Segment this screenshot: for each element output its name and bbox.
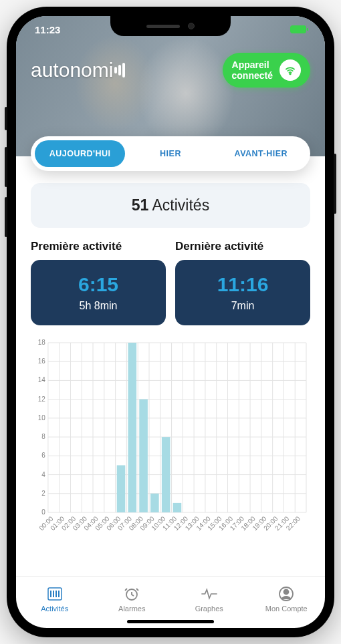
svg-text:10: 10 bbox=[38, 414, 46, 422]
svg-rect-48 bbox=[150, 494, 159, 512]
svg-rect-77 bbox=[55, 591, 57, 597]
status-time: 11:23 bbox=[35, 24, 60, 35]
nav-graphs[interactable]: Graphes bbox=[170, 577, 248, 621]
wifi-icon bbox=[279, 59, 301, 81]
tab-yesterday[interactable]: HIER bbox=[125, 140, 215, 167]
svg-rect-45 bbox=[117, 465, 126, 512]
svg-rect-78 bbox=[58, 591, 60, 597]
activities-count: 51 bbox=[132, 196, 149, 214]
phone-volume-down bbox=[5, 197, 7, 237]
nav-activities-label: Activités bbox=[41, 605, 68, 613]
account-icon bbox=[278, 586, 294, 602]
last-activity-title: Dernière activité bbox=[175, 240, 310, 253]
svg-text:8: 8 bbox=[41, 433, 45, 440]
first-activity-time: 6:15 bbox=[37, 273, 159, 296]
phone-mute-switch bbox=[5, 107, 7, 130]
logo-text: autonomi bbox=[31, 59, 113, 82]
svg-rect-75 bbox=[50, 591, 51, 597]
svg-point-0 bbox=[290, 73, 291, 75]
device-connected-pill[interactable]: Appareil connecté bbox=[223, 53, 310, 88]
tab-today[interactable]: AUJOURD'HUI bbox=[35, 140, 125, 167]
connect-line1: Appareil bbox=[232, 59, 273, 70]
nav-graphs-label: Graphes bbox=[195, 605, 223, 613]
activities-count-label: Activités bbox=[152, 196, 210, 214]
svg-rect-47 bbox=[139, 399, 148, 512]
svg-text:18: 18 bbox=[38, 339, 46, 346]
connect-line2: connecté bbox=[232, 70, 273, 81]
nav-account-label: Mon Compte bbox=[265, 605, 308, 613]
phone-power-button bbox=[334, 154, 336, 214]
svg-rect-50 bbox=[173, 503, 182, 512]
nav-alarms[interactable]: Alarmes bbox=[94, 577, 171, 621]
svg-text:6: 6 bbox=[41, 452, 45, 459]
svg-text:12: 12 bbox=[38, 395, 46, 403]
activities-summary-card: 51 Activités bbox=[31, 183, 310, 228]
activities-icon bbox=[47, 586, 63, 602]
svg-rect-76 bbox=[53, 591, 54, 597]
svg-point-81 bbox=[284, 589, 289, 594]
nav-account[interactable]: Mon Compte bbox=[248, 577, 326, 621]
first-activity-title: Première activité bbox=[31, 240, 166, 253]
svg-text:0: 0 bbox=[41, 508, 45, 516]
main-content: 51 Activités Première activité 6:15 5h 8… bbox=[16, 171, 325, 576]
screen: 11:23 autonomi Appareil connecté bbox=[16, 16, 325, 628]
last-activity-time: 11:16 bbox=[182, 273, 304, 296]
logo-waves-icon bbox=[114, 63, 125, 77]
battery-icon bbox=[290, 25, 306, 33]
svg-text:4: 4 bbox=[41, 471, 45, 478]
phone-volume-up bbox=[5, 147, 7, 187]
phone-frame: 11:23 autonomi Appareil connecté bbox=[7, 7, 334, 637]
nav-alarms-label: Alarmes bbox=[118, 605, 145, 613]
alarms-icon bbox=[124, 586, 140, 602]
svg-rect-49 bbox=[162, 437, 170, 512]
svg-rect-46 bbox=[128, 343, 136, 512]
graphs-icon bbox=[201, 586, 217, 602]
tab-day-before[interactable]: AVANT-HIER bbox=[216, 140, 306, 167]
nav-activities[interactable]: Activités bbox=[16, 577, 94, 621]
last-activity-duration: 7min bbox=[182, 300, 304, 312]
activities-bar-chart: 02468101214161800:0001:0002:0003:0004:00… bbox=[31, 339, 310, 546]
svg-text:2: 2 bbox=[41, 490, 45, 497]
phone-notch bbox=[110, 16, 231, 36]
svg-text:16: 16 bbox=[38, 357, 46, 365]
first-activity-duration: 5h 8min bbox=[37, 300, 159, 312]
app-logo: autonomi bbox=[31, 59, 125, 82]
svg-text:14: 14 bbox=[38, 376, 46, 383]
home-indicator[interactable] bbox=[127, 620, 214, 623]
first-activity-card: 6:15 5h 8min bbox=[31, 260, 166, 325]
last-activity-card: 11:16 7min bbox=[175, 260, 310, 325]
date-tabs: AUJOURD'HUI HIER AVANT-HIER bbox=[31, 136, 310, 171]
